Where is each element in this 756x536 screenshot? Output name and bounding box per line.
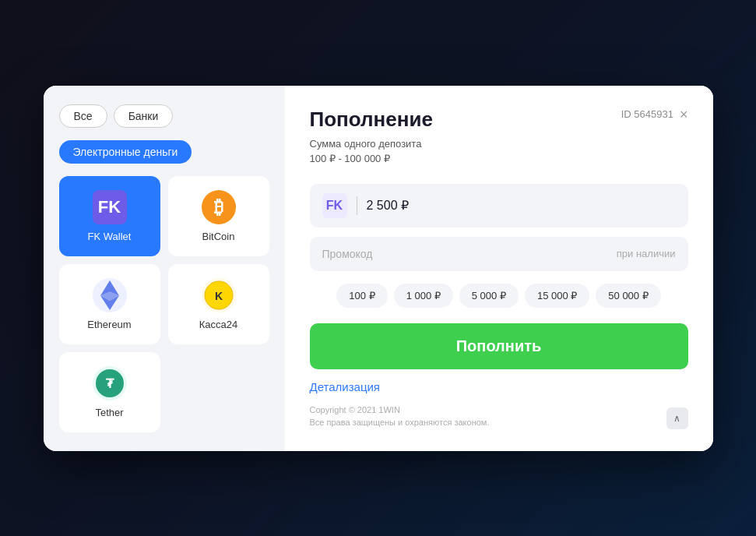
promo-row[interactable]: Промокод при наличии xyxy=(310,237,688,271)
promo-placeholder: Промокод xyxy=(322,248,373,260)
ethereum-icon xyxy=(93,278,127,312)
preset-amounts: 100 ₽ 1 000 ₽ 5 000 ₽ 15 000 ₽ 50 000 ₽ xyxy=(310,284,688,308)
amount-input-row[interactable]: FK 2 500 ₽ xyxy=(310,184,688,227)
payment-card-kassa24[interactable]: K Касса24 xyxy=(168,264,269,344)
fk-wallet-label: FK Wallet xyxy=(88,231,132,242)
tether-icon: ₮ xyxy=(93,366,127,400)
modal-id-row: ID 5645931 × xyxy=(621,108,688,122)
close-button[interactable]: × xyxy=(680,108,688,122)
footer-copyright: Copyright © 2021 1WIN Все права защищены… xyxy=(310,404,490,429)
svg-text:K: K xyxy=(214,290,222,302)
preset-15000[interactable]: 15 000 ₽ xyxy=(525,284,589,308)
payment-card-fk[interactable]: FK FK Wallet xyxy=(59,176,160,256)
svg-text:₮: ₮ xyxy=(106,377,114,390)
preset-50000[interactable]: 50 000 ₽ xyxy=(596,284,660,308)
deposit-form-panel: Пополнение ID 5645931 × Сумма одного деп… xyxy=(285,86,713,451)
modal-id-text: ID 5645931 xyxy=(621,108,673,120)
deposit-modal: Все Банки Электронные деньги FK FK Walle… xyxy=(44,86,713,451)
details-link[interactable]: Детализация xyxy=(310,380,688,393)
bitcoin-label: BitCoin xyxy=(202,231,235,242)
preset-100[interactable]: 100 ₽ xyxy=(336,284,387,308)
kassa24-label: Касса24 xyxy=(199,319,238,330)
promo-hint: при наличии xyxy=(617,248,676,259)
modal-header: Пополнение ID 5645931 × xyxy=(310,108,688,132)
amount-value: 2 500 ₽ xyxy=(367,198,676,213)
payment-card-bitcoin[interactable]: ₿ BitCoin xyxy=(168,176,269,256)
fk-wallet-icon: FK xyxy=(93,190,127,224)
payment-card-tether[interactable]: ₮ Tether xyxy=(59,352,160,432)
ethereum-label: Ethereum xyxy=(87,319,131,330)
payment-card-ethereum[interactable]: Ethereum xyxy=(59,264,160,344)
preset-5000[interactable]: 5 000 ₽ xyxy=(459,284,519,308)
filter-banks-button[interactable]: Банки xyxy=(114,104,174,128)
footer: Copyright © 2021 1WIN Все права защищены… xyxy=(310,404,688,429)
filter-all-button[interactable]: Все xyxy=(59,104,107,128)
tether-label: Tether xyxy=(95,407,123,418)
preset-1000[interactable]: 1 000 ₽ xyxy=(394,284,453,308)
amount-fk-icon: FK xyxy=(322,193,347,218)
payment-methods-panel: Все Банки Электронные деньги FK FK Walle… xyxy=(44,86,285,451)
vertical-divider xyxy=(357,196,357,215)
deposit-button[interactable]: Пополнить xyxy=(310,323,688,369)
filter-row: Все Банки xyxy=(59,104,269,128)
payment-grid: FK FK Wallet ₿ BitCoin xyxy=(59,176,269,432)
scroll-up-button[interactable]: ∧ xyxy=(666,407,688,429)
deposit-info: Сумма одного депозита 100 ₽ - 100 000 ₽ xyxy=(310,136,688,167)
bitcoin-icon: ₿ xyxy=(202,190,236,224)
modal-title: Пополнение xyxy=(310,108,433,132)
emoney-section-label[interactable]: Электронные деньги xyxy=(59,140,192,164)
kassa24-icon: K xyxy=(202,278,236,312)
